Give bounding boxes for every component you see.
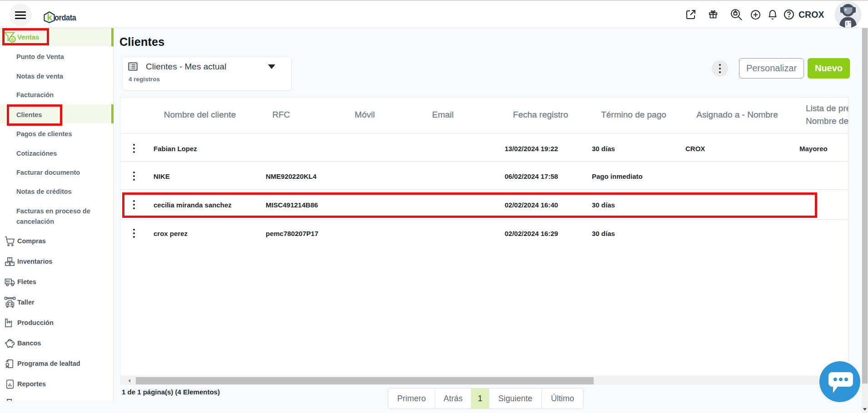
- svg-text:k: k: [47, 12, 52, 22]
